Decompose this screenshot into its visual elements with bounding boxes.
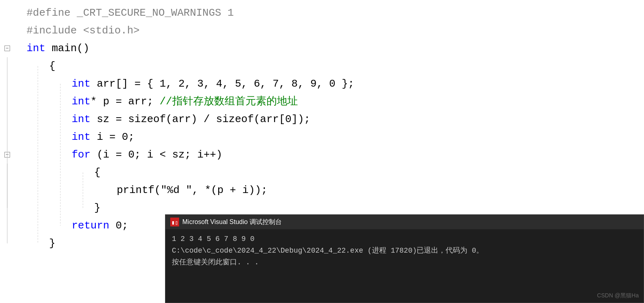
code-token: int [72,110,91,128]
code-token: (i = 0; i < sz; i++) [91,146,223,164]
terminal-line-2: C:\code\c_code\2024_4_22\Debug\2024_4_22… [172,245,637,257]
code-content-8: int i = 0; [14,128,644,146]
code-token: int [72,75,91,93]
code-token: int [72,128,91,146]
code-content-6: int* p = arr; //指针存放数组首元素的地址 [14,93,644,110]
code-token: sz = sizeof(arr) / sizeof(arr[0]); [91,110,310,128]
code-line-2: #include <stdio.h> [0,22,644,39]
code-line-5: int arr[] = { 1, 2, 3, 4, 5, 6, 7, 8, 9,… [0,75,644,93]
gutter-cell-11 [0,181,14,199]
gutter-cell-14 [0,235,14,252]
terminal-titlebar: ▮▯ Microsoft Visual Studio 调试控制台 [165,215,644,229]
svg-text:▮▯: ▮▯ [171,219,178,226]
code-token: return [72,217,109,235]
gutter-cell-13 [0,217,14,235]
gutter-cell-8 [0,128,14,146]
watermark: CSDN @黑猫Ha [597,292,639,299]
code-content-3: int main() [14,39,644,57]
code-token: main() [45,39,89,57]
code-token: #define [27,4,70,22]
code-token: printf("%d ", *(p + i)); [117,181,267,199]
code-content-5: int arr[] = { 1, 2, 3, 4, 5, 6, 7, 8, 9,… [14,75,644,93]
terminal-line-1: 1 2 3 4 5 6 7 8 9 0 [172,233,637,245]
gutter-cell-3[interactable]: − [0,39,14,57]
code-content-9: for (i = 0; i < sz; i++) [14,146,644,164]
terminal-title: Microsoft Visual Studio 调试控制台 [182,218,282,226]
gutter-cell-5 [0,75,14,93]
gutter-cell-10 [0,164,14,181]
terminal-line-3: 按任意键关闭此窗口. . . [172,257,637,268]
gutter-cell-6 [0,93,14,110]
code-token: <stdio.h> [77,22,140,39]
code-token: int [27,39,45,57]
code-line-3: −int main() [0,39,644,57]
fold-minus-icon[interactable]: − [4,46,10,51]
code-token: { [49,57,56,75]
code-content-10: { [14,164,644,181]
code-token: int [72,93,91,110]
terminal-icon: ▮▯ [170,218,179,226]
code-token: i = 0; [91,128,134,146]
code-content-2: #include <stdio.h> [14,22,644,39]
code-token: //指针存放数组首元素的地址 [159,93,297,110]
code-line-8: int i = 0; [0,128,644,146]
code-token: } [49,235,56,252]
code-token: #include [27,22,77,39]
code-token: * p = arr; [91,93,160,110]
code-token: _CRT_SECURE_NO_WARNINGS [70,4,227,22]
terminal-body: 1 2 3 4 5 6 7 8 9 0 C:\code\c_code\2024_… [165,229,644,272]
code-line-11: printf("%d ", *(p + i)); [0,181,644,199]
code-token: arr[] = { 1, 2, 3, 4, 5, 6, 7, 8, 9, 0 }… [91,75,354,93]
code-line-1: #define _CRT_SECURE_NO_WARNINGS 1 [0,4,644,22]
code-token: 1 [227,4,234,22]
gutter-cell-7 [0,110,14,128]
code-token: } [94,199,101,217]
code-token: 0; [109,217,128,235]
code-content-11: printf("%d ", *(p + i)); [14,181,644,199]
code-content-4: { [14,57,644,75]
gutter-cell-1 [0,4,14,22]
code-line-7: int sz = sizeof(arr) / sizeof(arr[0]); [0,110,644,128]
gutter-cell-12 [0,199,14,217]
code-content-1: #define _CRT_SECURE_NO_WARNINGS 1 [14,4,644,22]
fold-minus-icon[interactable]: − [4,152,10,158]
gutter-cell-4 [0,57,14,75]
code-line-10: { [0,164,644,181]
code-line-4: { [0,57,644,75]
gutter-cell-2 [0,22,14,39]
terminal-window[interactable]: ▮▯ Microsoft Visual Studio 调试控制台 1 2 3 4… [165,214,644,303]
gutter-cell-9[interactable]: − [0,146,14,164]
code-line-9: −for (i = 0; i < sz; i++) [0,146,644,164]
code-content-7: int sz = sizeof(arr) / sizeof(arr[0]); [14,110,644,128]
code-line-6: int* p = arr; //指针存放数组首元素的地址 [0,93,644,110]
code-token: for [72,146,91,164]
code-token: { [94,164,101,181]
